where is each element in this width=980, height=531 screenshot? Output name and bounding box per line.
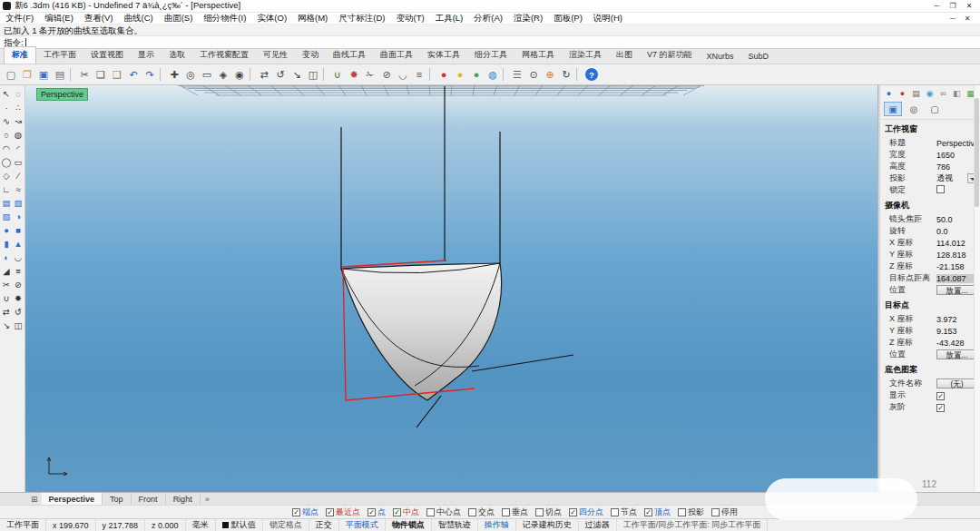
layers-icon[interactable]: ☰ bbox=[509, 66, 525, 83]
select-arrow-icon[interactable]: ↖ bbox=[1, 87, 13, 100]
status-segment[interactable]: 正交 bbox=[309, 519, 339, 531]
camera-x-value[interactable]: 114.012 bbox=[936, 239, 977, 248]
menu-item[interactable]: 曲面(S) bbox=[159, 13, 199, 25]
status-segment[interactable]: 毫米 bbox=[186, 519, 216, 531]
polygon-icon[interactable]: ◇ bbox=[1, 169, 13, 182]
target-z-value[interactable]: -43.428 bbox=[936, 339, 977, 348]
materials-tab-icon[interactable]: ● bbox=[897, 88, 907, 98]
menu-item[interactable]: 面板(P) bbox=[548, 13, 588, 25]
ribbon-tab[interactable]: 网格工具 bbox=[514, 47, 562, 64]
camera-properties-icon[interactable]: ◎ bbox=[905, 102, 923, 116]
zoom-extents-icon[interactable]: ◈ bbox=[215, 66, 231, 83]
lock-checkbox[interactable] bbox=[936, 185, 945, 193]
shaded-green-sphere-icon[interactable]: ● bbox=[468, 66, 485, 83]
boolean-icon[interactable]: ◐ bbox=[1, 251, 13, 263]
pane-layout-icon[interactable]: ⊞ bbox=[27, 493, 42, 505]
globe-icon[interactable]: ◍ bbox=[485, 66, 501, 83]
wallpaper-file-button[interactable]: (无) bbox=[936, 379, 977, 388]
status-segment[interactable]: 默认值 bbox=[216, 519, 263, 531]
cut-icon[interactable]: ✂ bbox=[76, 66, 93, 83]
select-lasso-icon[interactable]: ◌ bbox=[13, 87, 24, 100]
osnap-toggle[interactable]: 节点 bbox=[611, 506, 637, 518]
copy-icon[interactable]: ❏ bbox=[93, 66, 109, 83]
viewport-properties-icon[interactable]: ▣ bbox=[884, 102, 902, 116]
fillet-edge-icon[interactable]: ◡ bbox=[13, 251, 24, 263]
ribbon-tab[interactable]: SubD bbox=[741, 50, 777, 64]
viewport-title-label[interactable]: Perspective bbox=[36, 88, 88, 101]
status-segment[interactable]: x 199.670 bbox=[46, 519, 96, 531]
lights-tab-icon[interactable]: ◉ bbox=[925, 88, 935, 98]
osnap-toggle[interactable]: ✓ 最近点 bbox=[326, 506, 360, 518]
line-icon[interactable]: ∕ bbox=[13, 169, 24, 182]
scale-icon[interactable]: ↘ bbox=[289, 66, 305, 83]
osnap-toggle[interactable]: 停用 bbox=[711, 506, 738, 518]
menu-item[interactable]: 文件(F) bbox=[0, 13, 39, 25]
osnap-toggle[interactable]: ✓ 顶点 bbox=[644, 506, 671, 518]
circle-icon[interactable]: ○ bbox=[1, 128, 13, 141]
mdi-close-button[interactable]: ✕ bbox=[960, 15, 975, 23]
move-icon[interactable]: ⇄ bbox=[256, 66, 272, 83]
helix-icon[interactable]: ≈ bbox=[13, 182, 24, 195]
mdi-minimize-button[interactable]: ─ bbox=[946, 15, 960, 23]
osnap-toggle[interactable]: ✓ 中点 bbox=[393, 506, 419, 518]
viewport-tab[interactable]: Right bbox=[166, 493, 201, 505]
status-segment[interactable]: 过滤器 bbox=[579, 519, 617, 531]
maximize-button[interactable]: ❐ bbox=[945, 2, 961, 10]
control-curve-icon[interactable]: ↝ bbox=[13, 114, 24, 127]
ribbon-tab[interactable]: 变动 bbox=[295, 47, 326, 64]
help-icon[interactable]: ? bbox=[585, 68, 598, 81]
surface-icon[interactable]: ▤ bbox=[1, 196, 13, 209]
shaded-yellow-sphere-icon[interactable]: ● bbox=[452, 66, 468, 83]
osnap-toggle[interactable]: ✓ 端点 bbox=[292, 506, 318, 518]
split-icon[interactable]: ⊘ bbox=[378, 66, 395, 83]
wallpaper-properties-icon[interactable]: ▢ bbox=[926, 102, 944, 116]
mirror-tool-icon[interactable]: ◫ bbox=[13, 319, 24, 331]
osnap-toggle[interactable]: 投影 bbox=[678, 506, 704, 518]
viewport-height-value[interactable]: 786 bbox=[936, 162, 977, 172]
menu-item[interactable]: 编辑(E) bbox=[39, 13, 79, 25]
object-snap-icon[interactable]: ⊙ bbox=[525, 66, 542, 83]
osnap-toggle[interactable]: 垂点 bbox=[502, 506, 528, 518]
viewport-tab[interactable]: Perspective bbox=[42, 493, 103, 505]
trim-tool-icon[interactable]: ✂ bbox=[1, 278, 13, 290]
wallpaper-show-checkbox[interactable]: ✓ bbox=[936, 392, 945, 400]
redo-icon[interactable]: ↷ bbox=[142, 66, 158, 83]
offset-icon[interactable]: ≡ bbox=[411, 66, 427, 83]
status-segment[interactable]: 工作平面 bbox=[0, 519, 46, 531]
projection-dropdown[interactable]: 透视 bbox=[936, 172, 977, 184]
osnap-toggle[interactable]: 中心点 bbox=[426, 506, 461, 518]
circle-tangent-icon[interactable]: ◍ bbox=[13, 128, 24, 141]
links-tab-icon[interactable]: ∞ bbox=[938, 88, 948, 98]
gumball-icon[interactable]: ⊕ bbox=[542, 66, 558, 83]
ribbon-tab[interactable]: 曲面工具 bbox=[373, 47, 420, 64]
camera-y-value[interactable]: 128.818 bbox=[936, 251, 977, 260]
menu-item[interactable]: 分析(A) bbox=[468, 13, 508, 25]
rotation-value[interactable]: 0.0 bbox=[936, 227, 977, 236]
ribbon-tab[interactable]: 设置视图 bbox=[83, 47, 131, 64]
undo-icon[interactable]: ↶ bbox=[125, 66, 142, 83]
focal-value[interactable]: 50.0 bbox=[936, 215, 977, 224]
surface-corner-icon[interactable]: ▧ bbox=[13, 196, 24, 209]
sphere-icon[interactable]: ● bbox=[1, 223, 13, 236]
status-segment[interactable]: 平面模式 bbox=[339, 519, 386, 531]
status-segment[interactable]: z 0.000 bbox=[145, 519, 186, 531]
cylinder-icon[interactable]: ▮ bbox=[1, 237, 13, 250]
status-segment[interactable]: 操作轴 bbox=[478, 519, 516, 531]
osnap-toggle[interactable]: ✓ 点 bbox=[368, 506, 386, 518]
ribbon-tab[interactable]: 实体工具 bbox=[420, 47, 467, 64]
menu-item[interactable]: 实体(O) bbox=[251, 13, 292, 25]
viewport-canvas[interactable]: Perspective bbox=[25, 85, 877, 492]
menu-item[interactable]: 工具(L) bbox=[430, 13, 469, 25]
revolve-icon[interactable]: ◑ bbox=[13, 210, 24, 222]
ribbon-tab[interactable]: 曲线工具 bbox=[326, 47, 373, 64]
ribbon-tab[interactable]: 渲染工具 bbox=[562, 47, 609, 64]
rectangle-icon[interactable]: ▭ bbox=[13, 155, 24, 168]
rotate-tool-icon[interactable]: ↺ bbox=[13, 305, 24, 318]
ellipse-icon[interactable]: ◯ bbox=[1, 155, 13, 168]
move-tool-icon[interactable]: ⇄ bbox=[1, 305, 13, 318]
osnap-toggle[interactable]: 交点 bbox=[468, 506, 495, 518]
new-file-icon[interactable]: ▢ bbox=[3, 66, 19, 83]
minimize-button[interactable]: ─ bbox=[928, 2, 945, 10]
menu-item[interactable]: 网格(M) bbox=[292, 13, 333, 25]
osnap-toggle[interactable]: ✓ 四分点 bbox=[569, 506, 603, 518]
